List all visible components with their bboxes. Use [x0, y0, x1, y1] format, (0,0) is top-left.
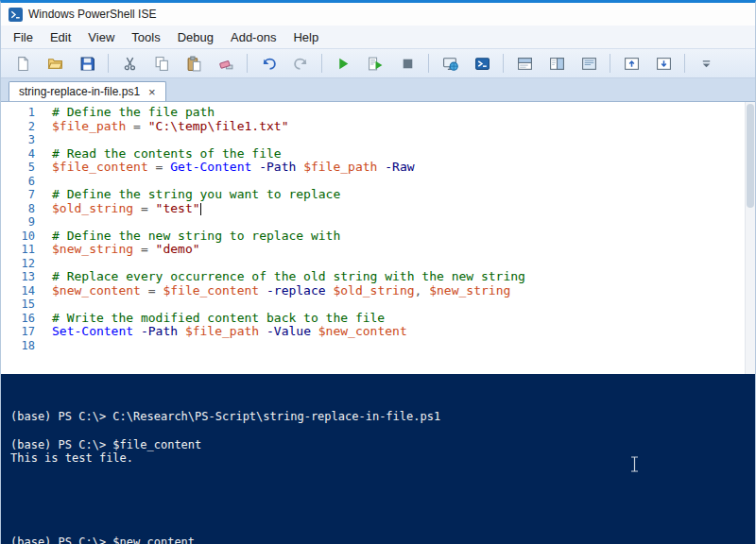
menu-bar: FileEditViewToolsDebugAdd-onsHelp — [1, 26, 755, 48]
tab-bar: string-replace-in-file.ps1 × — [1, 78, 755, 102]
redo-icon — [293, 56, 309, 72]
menu-view[interactable]: View — [79, 27, 123, 47]
code-line-8[interactable]: $old_string = "test" — [52, 202, 755, 216]
paste-icon — [186, 56, 202, 72]
code-line-14[interactable]: $new_content = $file_content -replace $o… — [52, 284, 755, 298]
toolbar-separator — [108, 54, 109, 73]
copy-icon — [154, 56, 170, 72]
tab-label: string-replace-in-file.ps1 — [19, 85, 140, 98]
code-line-4[interactable]: # Read the contents of the file — [52, 147, 755, 162]
copy-button[interactable] — [147, 51, 176, 76]
show-script-pane-right-button[interactable] — [542, 51, 571, 76]
show-script-pane-top-button[interactable] — [510, 51, 539, 76]
line-number: 15 — [1, 298, 35, 312]
show-script-pane-right-icon — [549, 56, 565, 72]
line-number: 18 — [1, 339, 35, 353]
window-title: Windows PowerShell ISE — [28, 8, 156, 21]
new-remote-powershell-tab-button[interactable] — [436, 51, 464, 76]
code-line-6[interactable] — [52, 175, 755, 189]
code-line-5[interactable]: $file_content = Get-Content -Path $file_… — [52, 161, 755, 175]
menu-add-ons[interactable]: Add-ons — [222, 27, 284, 47]
code-area[interactable]: # Define the file path$file_path = "C:\t… — [44, 102, 755, 374]
toolbar — [1, 48, 755, 78]
script-pane-down-button[interactable] — [649, 51, 678, 76]
tab-close-icon[interactable]: × — [148, 86, 156, 98]
code-line-16[interactable]: # Write the modified content back to the… — [52, 312, 755, 326]
undo-button[interactable] — [254, 51, 283, 76]
code-line-18[interactable] — [52, 339, 755, 353]
cut-button[interactable] — [115, 51, 144, 76]
console-pane[interactable]: (base) PS C:\> C:\Research\PS-Script\str… — [1, 374, 755, 544]
code-line-15[interactable] — [52, 298, 755, 312]
code-line-12[interactable] — [52, 257, 755, 271]
menu-help[interactable]: Help — [284, 27, 327, 47]
start-powershell-icon — [474, 56, 490, 72]
script-tab[interactable]: string-replace-in-file.ps1 × — [9, 81, 166, 101]
editor-scrollbar[interactable] — [745, 102, 755, 374]
line-number: 17 — [1, 325, 35, 339]
script-pane[interactable]: 123456789101112131415161718 # Define the… — [1, 102, 755, 374]
code-line-3[interactable] — [52, 133, 755, 147]
run-script-icon — [335, 56, 352, 72]
line-number: 8 — [1, 202, 35, 216]
code-line-2[interactable]: $file_path = "C:\temp\file1.txt" — [52, 120, 755, 134]
line-number: 14 — [1, 284, 35, 298]
code-line-17[interactable]: Set-Content -Path $file_path -Value $new… — [52, 325, 755, 339]
run-selection-icon — [368, 56, 384, 72]
code-line-7[interactable]: # Define the string you want to replace — [52, 188, 755, 202]
toolbar-separator — [428, 54, 429, 73]
console-line-9: (base) PS C:\> $new_content — [10, 536, 746, 544]
clear-console-pane-button[interactable] — [212, 51, 240, 76]
powershell-ise-window: Windows PowerShell ISE FileEditViewTools… — [0, 0, 756, 544]
line-number: 12 — [1, 257, 35, 271]
show-script-pane-maximized-button[interactable] — [575, 51, 603, 76]
code-line-10[interactable]: # Define the new string to replace with — [52, 230, 755, 244]
powershell-ise-icon — [9, 8, 23, 22]
run-script-button[interactable] — [329, 51, 357, 76]
line-number-gutter: 123456789101112131415161718 — [1, 102, 44, 374]
editor-scrollbar-thumb[interactable] — [747, 104, 754, 208]
redo-button[interactable] — [286, 51, 315, 76]
cut-icon — [122, 56, 138, 72]
menu-tools[interactable]: Tools — [123, 27, 168, 47]
line-number: 3 — [1, 133, 35, 147]
clear-console-pane-icon — [218, 56, 234, 72]
line-number: 16 — [1, 312, 35, 326]
line-number: 2 — [1, 120, 35, 134]
undo-icon — [261, 56, 277, 72]
save-button[interactable] — [73, 51, 101, 76]
open-script-icon — [47, 56, 63, 72]
show-script-pane-maximized-icon — [581, 56, 597, 72]
paste-button[interactable] — [180, 51, 208, 76]
stop-operation-button[interactable] — [393, 51, 421, 76]
menu-edit[interactable]: Edit — [42, 27, 79, 47]
line-number: 1 — [1, 106, 35, 120]
line-number: 6 — [1, 175, 35, 189]
code-line-13[interactable]: # Replace every occurrence of the old st… — [52, 270, 755, 284]
console-line-8 — [10, 521, 746, 536]
script-pane-down-icon — [656, 56, 672, 72]
open-script-button[interactable] — [41, 51, 69, 76]
toolbar-separator — [610, 54, 610, 73]
toolbar-overflow-icon — [698, 56, 714, 72]
toolbar-separator — [503, 54, 504, 73]
line-number: 4 — [1, 147, 35, 162]
code-line-11[interactable]: $new_string = "demo" — [52, 243, 755, 257]
code-line-1[interactable]: # Define the file path — [52, 106, 755, 120]
show-script-pane-top-icon — [517, 56, 533, 72]
code-line-9[interactable] — [52, 215, 755, 230]
menu-file[interactable]: File — [5, 27, 42, 47]
new-remote-powershell-tab-icon — [442, 56, 458, 72]
toolbar-overflow-button[interactable] — [692, 51, 720, 76]
run-selection-button[interactable] — [361, 51, 389, 76]
script-pane-up-button[interactable] — [617, 51, 645, 76]
menu-debug[interactable]: Debug — [169, 27, 222, 47]
start-powershell-button[interactable] — [468, 51, 496, 76]
editor-caret — [200, 203, 201, 215]
new-script-button[interactable] — [9, 51, 37, 76]
line-number: 5 — [1, 161, 35, 175]
script-pane-up-icon — [624, 56, 640, 72]
mouse-ibeam-cursor — [630, 429, 671, 501]
stop-operation-icon — [400, 56, 416, 72]
toolbar-separator — [247, 54, 248, 73]
